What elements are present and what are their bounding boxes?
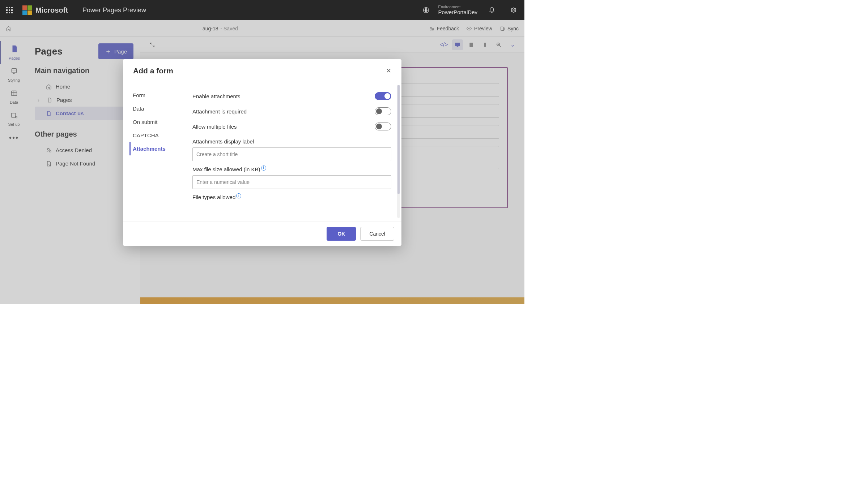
max-file-size-input[interactable] [192,175,391,189]
modal-tab-form[interactable]: Form [129,89,188,102]
allow-multiple-toggle[interactable] [375,122,391,130]
modal-tab-attachments[interactable]: Attachments [129,142,188,155]
info-icon[interactable]: i [261,165,266,171]
add-form-modal: Add a form ✕ Form Data On submit CAPTCHA… [123,59,401,246]
modal-title: Add a form [133,66,173,75]
allow-multiple-label: Allow multiple files [192,124,237,130]
max-file-size-label: Max file size allowed (in KB)i [192,165,391,172]
modal-tab-captcha[interactable]: CAPTCHA [129,129,188,142]
info-icon[interactable]: i [236,193,241,198]
file-types-text: File types allowed [192,194,235,200]
enable-attachments-label: Enable attachments [192,93,241,99]
modal-tab-on-submit[interactable]: On submit [129,115,188,129]
modal-tab-data[interactable]: Data [129,102,188,115]
close-icon[interactable]: ✕ [386,67,391,75]
display-label-label: Attachments display label [192,138,391,145]
modal-scrollbar[interactable] [397,85,400,218]
enable-attachments-toggle[interactable] [375,92,391,100]
cancel-button[interactable]: Cancel [360,227,394,241]
attachment-required-toggle[interactable] [375,107,391,115]
attachment-required-label: Attachment is required [192,108,247,115]
display-label-input[interactable] [192,147,391,161]
file-types-label: File types allowedi [192,193,391,200]
ok-button[interactable]: OK [327,227,356,241]
max-file-size-text: Max file size allowed (in KB) [192,166,260,172]
